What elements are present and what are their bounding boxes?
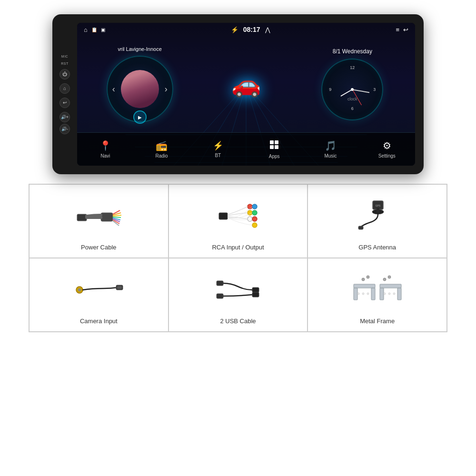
music-panel: vril Lavigne-Innoce ‹ › ▶ [87,46,193,122]
nav-item-music[interactable]: 🎵 Music [302,140,358,159]
settings-icon: ⚙ [383,140,391,151]
svg-rect-54 [397,288,401,300]
prev-track-button[interactable]: ‹ [112,84,115,94]
volume-down-button[interactable]: 🔊- [60,124,70,134]
frame-image [351,267,404,313]
svg-point-27 [248,210,252,215]
power-cable-image [72,193,125,239]
power-cable-label: Power Cable [81,244,116,251]
svg-line-18 [113,215,121,216]
svg-rect-25 [219,213,228,219]
svg-rect-42 [217,281,223,286]
accessories-grid: Power Cable [29,184,447,332]
svg-point-30 [252,210,257,215]
status-time: 08:17 [243,26,260,33]
clock-12: 12 [350,65,355,70]
usb-image [214,267,262,313]
svg-point-58 [362,278,365,281]
svg-rect-47 [354,288,357,300]
next-track-button[interactable]: › [165,84,168,94]
play-button[interactable]: ▶ [133,110,147,124]
bt-icon: ⚡ [213,140,223,151]
svg-rect-52 [380,284,401,288]
mic-label: MIC [61,55,68,58]
clock-face: 12 3 6 9 clock [326,63,378,116]
camera-image [72,267,125,313]
nav-item-bt[interactable]: ⚡ BT [190,140,246,158]
svg-rect-46 [354,284,375,288]
bluetooth-icon: ⚡ [231,26,238,33]
rst-label: RST [61,62,69,65]
gps-label: GPS Antenna [358,244,396,251]
clock-panel: 8/1 Wednesday 12 3 6 9 [299,48,406,120]
svg-rect-43 [252,288,259,292]
svg-line-19 [113,217,121,218]
svg-point-57 [393,293,395,295]
svg-point-31 [252,217,257,221]
album-art-face [121,70,159,108]
volume-group: 🔊+ 🔊- [60,112,70,134]
nav-item-navi[interactable]: 📍 Navi [77,140,133,159]
stereo-section: MIC RST ⏻ ⌂ ↩ 🔊+ 🔊- ⌂ 📋 ▣ [0,0,476,174]
status-center: ⚡ 08:17 ⋀ [231,26,270,33]
svg-point-56 [388,293,390,295]
svg-rect-35 [377,208,379,213]
clock-6: 6 [351,106,354,111]
svg-rect-12 [275,140,278,144]
notification-icon: 📋 [91,27,97,32]
settings-label: Settings [378,153,396,159]
svg-rect-11 [270,140,274,144]
frame-label: Metal Frame [360,317,395,325]
power-button[interactable]: ⏻ [60,69,70,79]
music-icon: 🎵 [325,140,337,151]
gps-image: GPS [356,193,399,239]
svg-point-29 [252,204,257,209]
svg-point-51 [367,293,369,295]
wifi-icon: ▣ [101,27,105,32]
usb-label: 2 USB Cable [220,317,256,325]
status-right: ≡ ↩ [396,26,408,33]
svg-rect-14 [275,145,278,149]
svg-point-26 [248,204,252,209]
clock-9: 9 [329,87,331,92]
volume-up-button[interactable]: 🔊+ [60,112,70,122]
screen: ⌂ 📋 ▣ ⚡ 08:17 ⋀ ≡ ↩ [77,23,415,166]
radio-label: Radio [155,153,168,159]
stereo-unit: MIC RST ⏻ ⌂ ↩ 🔊+ 🔊- ⌂ 📋 ▣ [52,14,424,174]
svg-point-59 [367,276,369,278]
menu-icon: ≡ [396,26,399,33]
camera-label: Camera Input [80,317,118,325]
svg-point-61 [388,276,391,278]
svg-rect-13 [270,145,274,149]
home-icon: ⌂ [84,26,88,33]
album-circle: ‹ › ▶ [107,56,173,122]
svg-point-55 [384,293,386,295]
svg-rect-41 [117,286,122,289]
back-side-button[interactable]: ↩ [60,98,70,108]
svg-point-39 [78,288,81,291]
svg-rect-44 [217,294,223,298]
radio-icon: 📻 [156,140,168,151]
nav-item-settings[interactable]: ⚙ Settings [359,140,415,159]
car-panel: 🚗 [193,70,299,98]
nav-item-apps[interactable]: Apps [246,140,302,159]
svg-rect-45 [252,292,259,297]
svg-rect-53 [380,288,384,300]
bt-label: BT [215,153,221,158]
main-content: vril Lavigne-Innoce ‹ › ▶ 🚗 [77,36,415,132]
car-icon: 🚗 [231,70,261,98]
bottom-nav: 📍 Navi 📻 Radio ⚡ BT [77,132,415,166]
nav-item-radio[interactable]: 📻 Radio [133,140,189,159]
accessories-section: Power Cable [29,184,447,332]
album-art [121,70,159,108]
svg-rect-36 [358,226,363,229]
home-side-button[interactable]: ⌂ [60,83,70,94]
side-buttons: MIC RST ⏻ ⌂ ↩ 🔊+ 🔊- [57,55,72,134]
back-icon: ↩ [403,26,408,33]
clock-label: clock [347,97,357,101]
rca-image [214,193,262,239]
accessory-frame: Metal Frame [307,258,447,332]
svg-point-60 [383,278,386,281]
svg-point-49 [357,293,359,295]
rca-label: RCA Input / Output [212,244,264,251]
